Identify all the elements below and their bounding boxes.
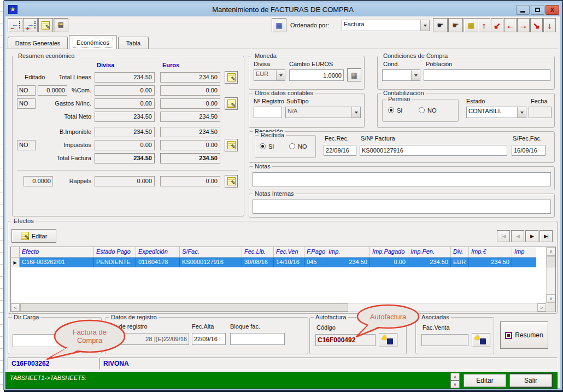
tab-economicos[interactable]: Económicos bbox=[69, 35, 117, 49]
dropdown-arrow-icon[interactable] bbox=[411, 70, 420, 80]
total-neto-euros: 234.50 bbox=[160, 112, 220, 122]
scroll-left-icon[interactable]: < bbox=[11, 303, 20, 312]
nav-first-icon: |◀ bbox=[501, 233, 505, 239]
bloque-fac-field[interactable] bbox=[230, 333, 285, 345]
total-lineas-detail-button[interactable]: ✎ bbox=[225, 71, 238, 84]
s-fec-fac-field[interactable]: 16/09/16 bbox=[512, 145, 546, 156]
nav-first-button[interactable]: ↑ bbox=[478, 18, 490, 32]
fec-alta-field: 22/09/16 : bbox=[192, 333, 226, 345]
fac-venta-field[interactable] bbox=[421, 334, 468, 346]
recibida-si-radio[interactable] bbox=[260, 143, 266, 149]
b-imponible-divisa: 234.50 bbox=[95, 127, 155, 137]
fac-venta-open-button[interactable] bbox=[472, 333, 490, 347]
poblacion-field[interactable] bbox=[424, 69, 550, 81]
nav-next-page-button[interactable]: ↘ bbox=[530, 18, 543, 32]
estado-select[interactable]: CONTABILI. bbox=[466, 107, 526, 118]
ordenado-por-label: Ordenado por: bbox=[290, 22, 329, 28]
pcom-pct-field[interactable]: 0.0000 bbox=[38, 85, 67, 96]
total-lineas-euros: 234.50 bbox=[160, 72, 220, 83]
table-button[interactable]: ▦ bbox=[464, 18, 478, 32]
nav-prior-button[interactable]: ← bbox=[504, 18, 517, 32]
scroll-up-icon[interactable]: ∧ bbox=[547, 247, 555, 256]
titlebar[interactable]: ★ Mantenimiento de FACTURAS DE COMPRA X bbox=[5, 3, 560, 16]
efectos-grid[interactable]: Efecto Estado Pago Expedición S/Fac. Fec… bbox=[10, 247, 556, 312]
total-neto-divisa: 234.50 bbox=[95, 112, 155, 122]
gastos-editado-flag: NO bbox=[17, 98, 36, 109]
scrollbar-corner bbox=[546, 303, 555, 312]
vscroll-thumb[interactable] bbox=[547, 256, 555, 267]
notas-internas-field[interactable] bbox=[253, 200, 551, 214]
tab-datos-generales[interactable]: Datos Generales bbox=[8, 37, 68, 49]
select-pointer-button[interactable]: ☛ bbox=[448, 18, 463, 32]
scroll-right-icon[interactable]: > bbox=[537, 303, 546, 312]
rappels-detail-button[interactable]: ✎ bbox=[225, 175, 238, 188]
record-next-add-button[interactable]: → + bbox=[23, 18, 38, 32]
efectos-nav-last-button[interactable]: ▶| bbox=[539, 230, 553, 242]
footer-spin-down-button[interactable]: ∨ bbox=[450, 381, 460, 388]
calculator-button[interactable]: ▦ bbox=[347, 68, 361, 81]
impuestos-detail-button[interactable]: ✎ bbox=[225, 139, 238, 151]
group-condiciones-compra: Condiciones de Compra Cond. Población bbox=[377, 56, 555, 90]
validate-button[interactable]: ☛ bbox=[433, 18, 448, 32]
permiso-si-radio[interactable] bbox=[388, 107, 394, 113]
cambio-euros-field[interactable]: 1.0000 bbox=[289, 69, 344, 81]
dropdown-arrow-icon bbox=[351, 107, 360, 118]
group-datos-registro: Datos de registro s de registro Fec.Alta… bbox=[105, 317, 308, 354]
record-prev-delete-button[interactable]: ← − bbox=[8, 18, 22, 32]
row-gastos: NOGastos N/Inc. 0.00 0.00 ✎ bbox=[17, 98, 242, 109]
callout-autofactura: Autofactura bbox=[350, 303, 424, 342]
hscroll-thumb[interactable] bbox=[20, 303, 348, 312]
hand-sparkle-icon: ☛ bbox=[437, 21, 444, 30]
divisa-select[interactable]: EUR bbox=[254, 69, 285, 81]
ordenado-por-select[interactable]: Factura bbox=[342, 20, 430, 31]
group-recibida: Recibida SI NO bbox=[255, 135, 316, 158]
tab-tabla[interactable]: Tabla bbox=[118, 37, 149, 49]
rappels-divisa: 0.000 bbox=[95, 176, 155, 186]
footer-spin-up-button[interactable]: ∧ bbox=[450, 373, 460, 381]
arrow-up-icon: ↑ bbox=[482, 21, 486, 30]
callout-factura-de-compra: Factura de Compra bbox=[44, 319, 129, 365]
permiso-no-radio[interactable] bbox=[419, 107, 425, 113]
fec-rec-field[interactable]: 22/09/16 bbox=[324, 145, 356, 156]
grid-header-row[interactable]: Efecto Estado Pago Expedición S/Fac. Fec… bbox=[11, 247, 536, 258]
table-row[interactable]: ▶ C16F003262/01 PENDIENTE 011604178 KS00… bbox=[11, 258, 536, 267]
subtipo-select[interactable]: N/A bbox=[285, 107, 361, 118]
rappels-pct-field[interactable]: 0.0000 bbox=[24, 176, 53, 186]
yellow-table-icon: ▦ bbox=[467, 21, 474, 30]
edit-record-button[interactable]: ✎ bbox=[38, 18, 53, 32]
recibida-no-radio[interactable] bbox=[289, 143, 295, 149]
efectos-nav-prior-button[interactable]: ◀ bbox=[511, 230, 524, 242]
window-title: Mantenimiento de FACTURAS DE COMPRA bbox=[5, 5, 560, 14]
nav-last-button[interactable]: ↓ bbox=[543, 18, 556, 32]
num-registro-field[interactable] bbox=[254, 107, 282, 118]
pcom-divisa: 0.00 bbox=[95, 85, 155, 96]
goto-document-icon bbox=[476, 336, 486, 344]
grid-horizontal-scrollbar[interactable]: < > bbox=[11, 303, 546, 312]
editado-label: Editado bbox=[25, 74, 45, 80]
dropdown-arrow-icon[interactable] bbox=[420, 20, 429, 31]
notas-field[interactable] bbox=[253, 172, 551, 186]
gastos-detail-button[interactable]: ✎ bbox=[225, 97, 238, 110]
nav-next-button[interactable]: → bbox=[517, 18, 530, 32]
efectos-nav-next-button[interactable]: ▶ bbox=[525, 230, 538, 242]
group-resumen-economico: Resumen económico Divisa Euros EditadoTo… bbox=[12, 56, 244, 217]
euros-column-header: Euros bbox=[162, 62, 179, 68]
resumen-button[interactable]: Resumen bbox=[500, 321, 548, 349]
efectos-nav-first-button[interactable]: |◀ bbox=[497, 230, 510, 242]
editar-button[interactable]: Editar bbox=[464, 374, 506, 387]
print-button[interactable]: ✶ ▤ bbox=[54, 18, 68, 32]
grid-vertical-scrollbar[interactable]: ∧ ∨ bbox=[546, 247, 555, 303]
grid-view-button[interactable]: ▦ bbox=[272, 18, 286, 32]
group-otros-datos: Otros datos contables Nº Registro SubTip… bbox=[249, 93, 365, 128]
group-permiso: Permiso SI NO bbox=[382, 99, 459, 122]
scroll-down-icon[interactable]: ∨ bbox=[547, 294, 555, 303]
row-total-factura: Total Factura 234.50 234.50 bbox=[17, 153, 242, 163]
row-rappels: 0.0000Rappels 0.000 0.00 ✎ bbox=[17, 175, 242, 186]
nav-prior-page-button[interactable]: ↙ bbox=[491, 18, 503, 32]
s-num-factura-field[interactable]: KS0000127916 bbox=[360, 145, 507, 156]
dropdown-arrow-icon[interactable] bbox=[517, 107, 526, 118]
cond-select[interactable] bbox=[382, 69, 420, 81]
salir-button[interactable]: Salir bbox=[509, 374, 552, 387]
efectos-editar-button[interactable]: ✎ Editar bbox=[11, 229, 56, 243]
total-factura-divisa: 234.50 bbox=[95, 153, 155, 163]
